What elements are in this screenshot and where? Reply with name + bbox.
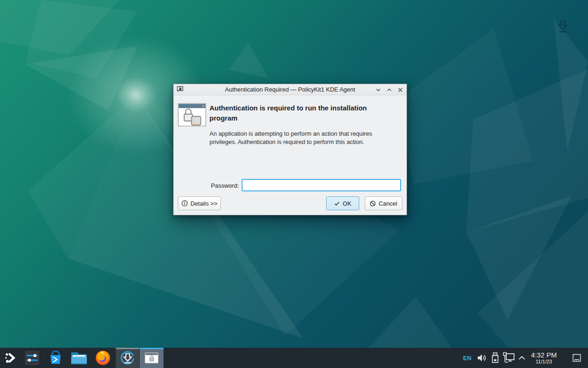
cancel-icon bbox=[370, 201, 376, 207]
installer-icon bbox=[120, 351, 135, 365]
check-icon bbox=[334, 201, 340, 207]
details-button-label: Details >> bbox=[191, 200, 218, 207]
desktop: Authentication Required — PolicyKit1 KDE… bbox=[0, 0, 588, 368]
taskbar-firefox[interactable] bbox=[93, 348, 113, 368]
expand-tray-icon bbox=[518, 355, 526, 361]
removable-device-tray-item[interactable] bbox=[489, 348, 502, 368]
keyboard-layout-indicator[interactable]: EN bbox=[460, 348, 474, 368]
download-icon bbox=[557, 19, 568, 33]
task-active-indicator bbox=[140, 348, 164, 349]
volume-tray-item[interactable] bbox=[475, 348, 488, 368]
minimize-button[interactable] bbox=[375, 86, 382, 93]
ok-button[interactable]: OK bbox=[326, 196, 359, 210]
close-button[interactable] bbox=[397, 86, 404, 93]
cancel-button-label: Cancel bbox=[379, 200, 397, 207]
maximize-button[interactable] bbox=[386, 86, 393, 93]
dialog-titlebar[interactable]: Authentication Required — PolicyKit1 KDE… bbox=[174, 84, 407, 95]
installer-desktop-shortcut[interactable] bbox=[554, 17, 571, 36]
task-open-indicator bbox=[116, 348, 139, 349]
expand-tray-button[interactable] bbox=[516, 348, 527, 368]
password-label: Password: bbox=[200, 182, 239, 189]
discover-icon bbox=[48, 351, 63, 365]
kickoff-launcher-icon bbox=[4, 351, 17, 364]
details-button[interactable]: Details >> bbox=[178, 196, 221, 210]
network-tray-item[interactable] bbox=[502, 348, 516, 368]
taskbar-discover[interactable] bbox=[46, 348, 65, 368]
show-desktop-widget bbox=[572, 354, 581, 362]
dialog-heading: Authentication is required to run the in… bbox=[209, 103, 392, 123]
auth-dialog-icon bbox=[178, 103, 206, 127]
volume-icon bbox=[476, 353, 486, 363]
network-icon bbox=[503, 352, 515, 364]
dialog-title: Authentication Required — PolicyKit1 KDE… bbox=[174, 86, 407, 93]
system-settings-icon bbox=[24, 350, 40, 366]
keyboard-layout-label: EN bbox=[463, 355, 471, 362]
taskbar-system-settings[interactable] bbox=[23, 348, 41, 368]
firefox-icon bbox=[95, 350, 111, 366]
taskbar-dolphin[interactable] bbox=[69, 348, 89, 368]
task-installer[interactable] bbox=[116, 348, 139, 368]
dolphin-icon bbox=[70, 351, 88, 365]
ok-button-label: OK bbox=[343, 200, 351, 207]
clock-time: 4:32 PM bbox=[531, 351, 557, 359]
window-controls bbox=[375, 84, 404, 95]
password-input[interactable] bbox=[242, 179, 401, 191]
auth-window-icon bbox=[145, 352, 158, 363]
close-icon bbox=[397, 87, 403, 93]
dialog-message: An application is attempting to perform … bbox=[209, 130, 391, 146]
app-launcher-button[interactable] bbox=[2, 348, 19, 368]
show-desktop-button[interactable] bbox=[569, 348, 584, 368]
usb-device-icon bbox=[491, 352, 500, 364]
chevron-down-icon bbox=[375, 87, 381, 93]
auth-dialog: Authentication Required — PolicyKit1 KDE… bbox=[173, 84, 407, 215]
clock-date: 11/1/23 bbox=[536, 359, 552, 365]
taskbar-panel: EN bbox=[0, 348, 588, 368]
chevron-up-icon bbox=[386, 87, 392, 93]
task-authentication-dialog[interactable] bbox=[140, 348, 164, 368]
info-icon bbox=[181, 200, 188, 207]
digital-clock[interactable]: 4:32 PM 11/1/23 bbox=[526, 348, 561, 368]
cancel-button[interactable]: Cancel bbox=[365, 196, 402, 210]
